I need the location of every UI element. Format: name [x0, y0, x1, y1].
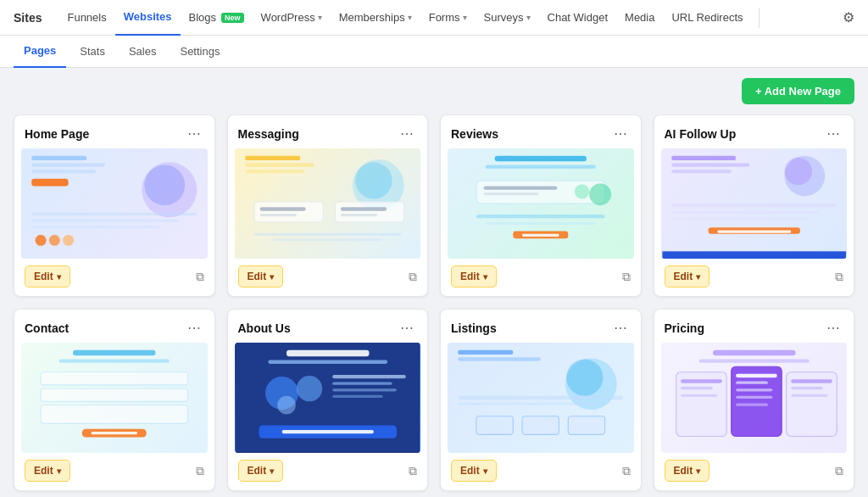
card-header: Messaging ⋯: [228, 115, 428, 148]
external-link-icon[interactable]: ⧉: [622, 270, 631, 284]
settings-gear-icon[interactable]: ⚙: [843, 9, 854, 25]
svg-rect-55: [287, 350, 370, 357]
more-options-icon[interactable]: ⋯: [184, 124, 204, 143]
more-options-icon[interactable]: ⋯: [397, 124, 417, 143]
svg-rect-90: [791, 394, 827, 397]
nav-media[interactable]: Media: [616, 0, 663, 36]
svg-rect-25: [495, 156, 587, 162]
card-title: Pricing: [665, 321, 704, 335]
card-footer: Edit ▾ ⧉: [441, 453, 641, 490]
thumbnail-inner: [448, 343, 634, 453]
edit-button[interactable]: Edit ▾: [238, 460, 284, 482]
svg-rect-62: [332, 388, 397, 391]
svg-rect-29: [484, 193, 539, 195]
thumbnail-inner: [448, 148, 634, 259]
svg-rect-33: [486, 222, 596, 225]
svg-rect-2: [31, 170, 96, 173]
nav-wordpress[interactable]: WordPress ▾: [253, 0, 331, 36]
more-options-icon[interactable]: ⋯: [184, 318, 204, 338]
more-options-icon[interactable]: ⋯: [823, 124, 843, 143]
more-options-icon[interactable]: ⋯: [823, 318, 843, 338]
nav-chat-widget[interactable]: Chat Widget: [539, 0, 617, 36]
external-link-icon[interactable]: ⧉: [835, 270, 843, 284]
edit-button[interactable]: Edit ▾: [665, 460, 710, 482]
card-title: Reviews: [451, 127, 498, 141]
card-thumbnail: [661, 148, 848, 259]
svg-rect-36: [671, 156, 736, 160]
nav-forms[interactable]: Forms ▾: [420, 0, 476, 36]
svg-rect-80: [681, 379, 722, 383]
edit-button[interactable]: Edit ▾: [451, 265, 497, 288]
edit-button[interactable]: Edit ▾: [25, 460, 70, 482]
card-footer: Edit ▾ ⧉: [654, 259, 854, 296]
card-title: Listings: [451, 321, 497, 335]
thumbnail-inner: [235, 148, 421, 259]
chevron-down-icon: ▾: [463, 13, 467, 22]
svg-rect-60: [332, 375, 406, 378]
svg-rect-20: [340, 207, 386, 210]
svg-point-5: [145, 165, 186, 206]
svg-rect-72: [476, 416, 513, 435]
svg-rect-66: [458, 350, 513, 355]
svg-rect-87: [736, 404, 768, 406]
thumbnail-inner: [235, 343, 421, 453]
external-link-icon[interactable]: ⧉: [196, 270, 204, 284]
card-footer: Edit ▾ ⧉: [14, 259, 214, 296]
svg-rect-32: [476, 215, 605, 218]
add-new-page-button[interactable]: + Add New Page: [742, 78, 854, 104]
edit-button[interactable]: Edit ▾: [25, 265, 70, 288]
more-options-icon[interactable]: ⋯: [397, 318, 417, 338]
external-link-icon[interactable]: ⧉: [409, 464, 417, 478]
nav-websites[interactable]: Websites: [115, 0, 181, 36]
svg-rect-56: [268, 360, 387, 364]
thumbnail-inner: [21, 148, 208, 259]
svg-rect-17: [254, 202, 323, 222]
chevron-down-icon: ▾: [318, 13, 322, 22]
svg-rect-22: [340, 214, 376, 216]
subnav-stats[interactable]: Stats: [70, 36, 115, 68]
edit-button[interactable]: Edit ▾: [665, 265, 710, 288]
external-link-icon[interactable]: ⧉: [409, 270, 417, 284]
subnav-sales[interactable]: Sales: [119, 36, 167, 68]
nav-memberships[interactable]: Memberships ▾: [331, 0, 420, 36]
edit-button[interactable]: Edit ▾: [451, 460, 497, 482]
svg-rect-73: [522, 416, 559, 435]
pages-grid: Home Page ⋯: [14, 114, 854, 491]
card-title: AI Follow Up: [665, 127, 737, 141]
card-thumbnail: [661, 343, 848, 453]
svg-rect-38: [671, 170, 731, 173]
thumbnail-inner: [21, 343, 208, 453]
chevron-down-icon: ▾: [483, 272, 487, 282]
page-card-contact: Contact ⋯ Edit: [14, 309, 215, 491]
external-link-icon[interactable]: ⧉: [196, 464, 204, 478]
card-title: Messaging: [238, 127, 299, 141]
svg-rect-19: [259, 207, 305, 210]
card-thumbnail: [21, 343, 208, 453]
card-title: Contact: [25, 321, 69, 335]
svg-rect-41: [671, 204, 837, 207]
more-options-icon[interactable]: ⋯: [610, 318, 631, 338]
svg-point-59: [277, 396, 296, 415]
card-header: Home Page ⋯: [14, 115, 214, 148]
card-thumbnail: [235, 148, 421, 259]
svg-rect-35: [522, 234, 559, 237]
svg-rect-8: [31, 226, 160, 228]
svg-rect-14: [245, 170, 304, 173]
card-header: Listings ⋯: [441, 310, 641, 343]
subnav-pages[interactable]: Pages: [14, 36, 66, 68]
nav-surveys[interactable]: Surveys ▾: [476, 0, 539, 36]
edit-button[interactable]: Edit ▾: [238, 265, 284, 288]
page-card-messaging: Messaging ⋯: [227, 114, 429, 297]
nav-blogs[interactable]: Blogs New: [181, 0, 253, 36]
svg-rect-82: [681, 394, 717, 397]
external-link-icon[interactable]: ⧉: [622, 464, 631, 478]
svg-rect-83: [736, 374, 777, 377]
card-footer: Edit ▾ ⧉: [228, 259, 428, 296]
chevron-down-icon: ▾: [408, 13, 412, 22]
subnav-settings[interactable]: Settings: [170, 36, 230, 68]
nav-url-redirects[interactable]: URL Redirects: [663, 0, 751, 36]
external-link-icon[interactable]: ⧉: [835, 464, 843, 478]
more-options-icon[interactable]: ⋯: [610, 124, 631, 143]
chevron-down-icon: ▾: [696, 272, 700, 282]
nav-funnels[interactable]: Funnels: [58, 0, 114, 36]
